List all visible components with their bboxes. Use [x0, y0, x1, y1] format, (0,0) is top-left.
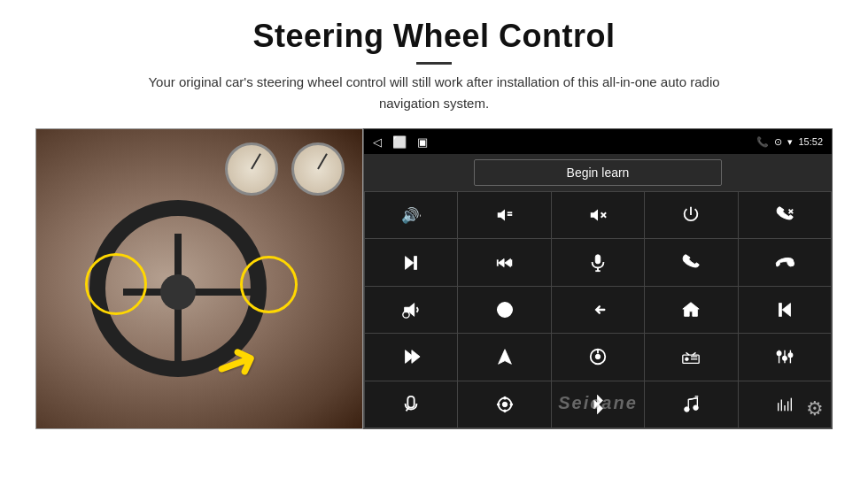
navigation-button[interactable] [458, 334, 550, 380]
svg-rect-15 [595, 254, 601, 263]
music-button[interactable] [645, 381, 737, 427]
mic2-button[interactable] [365, 381, 457, 427]
highlight-circle-right [240, 256, 298, 313]
skip-next-button[interactable] [365, 239, 457, 285]
svg-point-40 [783, 357, 787, 361]
fast-forward-button[interactable] [458, 239, 550, 285]
statusbar-system-icons: 📞 ⊙ ▾ 15:52 [756, 136, 823, 148]
svg-point-39 [777, 351, 781, 356]
begin-learn-button[interactable]: Begin learn [474, 159, 722, 186]
settings2-button[interactable] [458, 381, 550, 427]
yellow-arrow-icon: ➜ [205, 326, 267, 399]
horn-alert-button[interactable] [365, 287, 457, 333]
phone-end-button[interactable] [739, 192, 831, 238]
android-panel-wrapper: ◁ ⬜ ▣ 📞 ⊙ ▾ 15:52 Begin learn [363, 128, 833, 429]
svg-marker-25 [782, 304, 790, 317]
android-panel: ◁ ⬜ ▣ 📞 ⊙ ▾ 15:52 Begin learn [363, 128, 833, 429]
clock-display: 15:52 [798, 136, 823, 147]
mic-button[interactable] [552, 239, 644, 285]
radio-button[interactable] [645, 334, 737, 380]
svg-text:🔊+: 🔊+ [401, 206, 421, 225]
vol-down-button[interactable] [458, 192, 550, 238]
back-nav-button[interactable] [552, 287, 644, 333]
gauge-left [225, 142, 278, 196]
content-row: ➜ ◁ ⬜ ▣ 📞 ⊙ ▾ 15:52 [35, 128, 833, 429]
home-nav-icon[interactable]: ⬜ [392, 135, 407, 149]
settings-gear-icon[interactable]: ⚙ [806, 397, 824, 420]
begin-learn-row: Begin learn [364, 154, 832, 191]
bluetooth-button[interactable] [552, 381, 644, 427]
steering-wheel-center [160, 274, 196, 310]
location-status-icon: ⊙ [774, 136, 782, 148]
controls-grid: 🔊+ [364, 191, 832, 428]
svg-point-30 [595, 355, 601, 360]
hang-up-button[interactable] [739, 239, 831, 285]
svg-point-50 [694, 405, 699, 411]
page-container: Steering Wheel Control Your original car… [0, 0, 868, 438]
title-divider [416, 62, 452, 65]
svg-marker-9 [406, 256, 414, 269]
call-button[interactable] [645, 239, 737, 285]
android-statusbar: ◁ ⬜ ▣ 📞 ⊙ ▾ 15:52 [364, 129, 832, 154]
svg-rect-24 [779, 304, 781, 317]
title-section: Steering Wheel Control Your original car… [35, 18, 833, 114]
signal-status-icon: ▾ [787, 136, 793, 148]
source-eject-button[interactable] [552, 334, 644, 380]
steering-background: ➜ [36, 129, 362, 428]
subtitle-text: Your original car's steering wheel contr… [124, 72, 744, 114]
svg-point-49 [685, 407, 690, 412]
svg-point-41 [788, 353, 793, 358]
svg-marker-4 [591, 210, 598, 221]
svg-point-44 [502, 402, 508, 407]
equalizer-button[interactable] [739, 334, 831, 380]
dashboard-gauges [225, 142, 345, 196]
car-image-section: ➜ [35, 128, 363, 429]
svg-marker-12 [498, 258, 503, 266]
statusbar-nav-icons: ◁ ⬜ ▣ [373, 135, 428, 149]
recents-nav-icon[interactable]: ▣ [417, 135, 428, 149]
skip-forward-button[interactable] [365, 334, 457, 380]
svg-marker-27 [412, 350, 420, 364]
vol-up-button[interactable]: 🔊+ [365, 192, 457, 238]
svg-marker-13 [505, 258, 510, 266]
home-nav-button[interactable] [645, 287, 737, 333]
mute-button[interactable] [552, 192, 644, 238]
svg-marker-28 [498, 350, 511, 365]
gauge-right [291, 142, 345, 196]
rewind-button[interactable] [739, 287, 831, 333]
highlight-circle-left [85, 253, 147, 315]
page-title: Steering Wheel Control [35, 18, 833, 55]
svg-text:360°: 360° [501, 310, 510, 314]
svg-rect-10 [415, 256, 417, 269]
svg-marker-1 [497, 210, 504, 221]
svg-point-33 [686, 358, 689, 361]
view-360-button[interactable]: 360° [458, 287, 550, 333]
power-button[interactable] [645, 192, 737, 238]
back-nav-icon[interactable]: ◁ [373, 135, 382, 149]
phone-status-icon: 📞 [756, 136, 769, 148]
